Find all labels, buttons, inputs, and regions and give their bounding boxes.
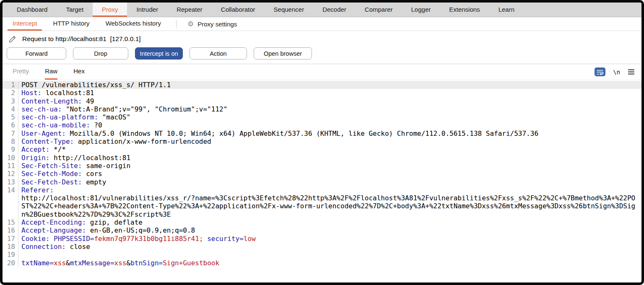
line-number: 12 — [3, 170, 18, 178]
code-line: Host: localhost:81 — [18, 89, 641, 97]
intercept-toolbar: ForwardDropIntercept is onActionOpen bro… — [3, 45, 641, 64]
code-line: Connection: close — [18, 243, 641, 251]
main-tab-logger[interactable]: Logger — [402, 3, 440, 17]
main-tab-intruder[interactable]: Intruder — [127, 3, 167, 17]
newline-toggle[interactable]: \n — [613, 69, 620, 75]
code-row: 3Content-Length: 49 — [3, 97, 641, 105]
code-line — [18, 251, 641, 259]
code-row: 2Host: localhost:81 — [3, 89, 641, 97]
request-title: Request to http://localhost:81 [127.0.0.… — [22, 35, 141, 43]
main-tab-sequencer[interactable]: Sequencer — [265, 3, 314, 17]
line-number: 20 — [3, 259, 18, 267]
code-row: 4sec-ch-ua: "Not:A-Brand";v="99", "Chrom… — [3, 105, 641, 113]
main-tab-collaborator[interactable]: Collaborator — [212, 3, 265, 17]
line-number — [3, 202, 18, 210]
code-row: 12Sec-Fetch-Mode: cors — [3, 170, 641, 178]
main-tab-comparer[interactable]: Comparer — [356, 3, 402, 17]
code-line: Sec-Fetch-Mode: cors — [18, 170, 641, 178]
editor-tab-pretty: Pretty — [13, 64, 29, 80]
code-line: Accept-Encoding: gzip, deflate — [18, 218, 641, 226]
main-tab-proxy[interactable]: Proxy — [93, 3, 127, 17]
main-tab-extensions[interactable]: Extensions — [440, 3, 489, 17]
line-number: 10 — [3, 154, 18, 162]
line-number: 15 — [3, 218, 18, 226]
code-row: 7User-Agent: Mozilla/5.0 (Windows NT 10.… — [3, 130, 641, 137]
line-number: 14 — [3, 186, 18, 194]
pencil-icon — [8, 35, 17, 43]
line-number: 7 — [3, 130, 18, 137]
code-row: 19 — [3, 251, 641, 259]
line-number: 6 — [3, 121, 18, 129]
sub-tab-http-history[interactable]: HTTP history — [48, 17, 94, 31]
line-number: 19 — [3, 251, 18, 259]
line-number — [3, 194, 18, 202]
code-line: POST /vulnerabilities/xss_s/ HTTP/1.1 — [18, 81, 641, 89]
main-tab-dashboard[interactable]: Dashboard — [8, 3, 57, 17]
code-line: Sec-Fetch-Dest: empty — [18, 178, 641, 186]
proxy-settings-label: Proxy settings — [197, 21, 237, 28]
code-row: 15Accept-Encoding: gzip, deflate — [3, 218, 641, 226]
line-number: 18 — [3, 243, 18, 251]
vertical-divider — [176, 20, 177, 28]
code-row: 20txtName=xss&mtxMessage=xss&btnSign=Sig… — [3, 259, 641, 267]
code-row: 5sec-ch-ua-platform: "macOS" — [3, 113, 641, 121]
request-editor[interactable]: 1POST /vulnerabilities/xss_s/ HTTP/1.12H… — [3, 80, 641, 282]
editor-tab-raw[interactable]: Raw — [45, 64, 57, 80]
code-row: n%2BGuestbook%22%7D%29%3C%2Fscript%3E — [3, 210, 641, 218]
tab-proxy-settings[interactable]: ⚙ Proxy settings — [184, 17, 240, 31]
code-line: sec-ch-ua: "Not:A-Brand";v="99", "Chromi… — [18, 105, 641, 113]
main-tab-target[interactable]: Target — [57, 3, 93, 17]
line-number: 3 — [3, 97, 18, 105]
line-number: 8 — [3, 137, 18, 145]
code-row: 17Cookie: PHPSESSID=fekmn7q977k31b0bg11i… — [3, 235, 641, 243]
main-tab-repeater[interactable]: Repeater — [167, 3, 212, 17]
code-line: ST%22%2C+headers%3A+%7B%22Content-Type%2… — [18, 202, 641, 210]
code-line: Origin: http://localhost:81 — [18, 154, 641, 162]
message-editor-tabs: PrettyRawHex — [13, 64, 101, 80]
main-tab-bar: DashboardTargetProxyIntruderRepeaterColl… — [3, 3, 641, 17]
line-number: 1 — [3, 81, 18, 89]
code-line: http://localhost:81/vulnerabilities/xss_… — [18, 194, 641, 202]
line-number: 5 — [3, 113, 18, 121]
code-line: sec-ch-ua-mobile: ?0 — [18, 121, 641, 129]
editor-tab-hex[interactable]: Hex — [73, 64, 85, 80]
code-row: ST%22%2C+headers%3A+%7B%22Content-Type%2… — [3, 202, 641, 210]
line-number: 4 — [3, 105, 18, 113]
drop-button[interactable]: Drop — [73, 47, 128, 60]
word-wrap-icon[interactable] — [595, 67, 605, 76]
line-number: 9 — [3, 145, 18, 153]
code-line: Content-Type: application/x-www-form-url… — [18, 137, 641, 145]
code-line: n%2BGuestbook%22%7D%29%3C%2Fscript%3E — [18, 210, 641, 218]
code-line: Cookie: PHPSESSID=fekmn7q977k31b0bg11i88… — [18, 235, 641, 243]
proxy-sub-tabs: InterceptHTTP historyWebSockets history — [8, 17, 172, 31]
line-number — [3, 210, 18, 218]
sub-tab-websockets-history[interactable]: WebSockets history — [101, 17, 166, 31]
code-line: sec-ch-ua-platform: "macOS" — [18, 113, 641, 121]
code-row: 14Referer: — [3, 186, 641, 194]
line-number: 13 — [3, 178, 18, 186]
editor-toolbar-icons: \n — [595, 64, 635, 80]
message-editor-tab-bar: PrettyRawHex \n — [3, 64, 641, 80]
burp-suite-window: DashboardTargetProxyIntruderRepeaterColl… — [0, 0, 644, 285]
line-number: 2 — [3, 89, 18, 97]
proxy-sub-tab-bar: InterceptHTTP historyWebSockets history … — [3, 17, 641, 31]
intercept-is-on-button[interactable]: Intercept is on — [135, 47, 183, 60]
code-line: txtName=xss&mtxMessage=xss&btnSign=Sign+… — [18, 259, 641, 267]
main-tab-learn[interactable]: Learn — [489, 3, 524, 17]
open-browser-button[interactable]: Open browser — [254, 47, 312, 60]
code-row: 9Accept: */* — [3, 145, 641, 153]
code-row: 18Connection: close — [3, 243, 641, 251]
code-line: Accept-Language: en-GB,en-US;q=0.9,en;q=… — [18, 226, 641, 234]
action-button[interactable]: Action — [190, 47, 247, 60]
main-tab-decoder[interactable]: Decoder — [313, 3, 356, 17]
code-row: 6sec-ch-ua-mobile: ?0 — [3, 121, 641, 129]
menu-icon[interactable] — [628, 69, 635, 75]
code-row: http://localhost:81/vulnerabilities/xss_… — [3, 194, 641, 202]
sub-tab-intercept[interactable]: Intercept — [8, 17, 42, 31]
code-row: 16Accept-Language: en-GB,en-US;q=0.9,en;… — [3, 226, 641, 234]
code-row: 8Content-Type: application/x-www-form-ur… — [3, 137, 641, 145]
code-line: Sec-Fetch-Site: same-origin — [18, 162, 641, 170]
forward-button[interactable]: Forward — [7, 47, 66, 60]
code-line: Accept: */* — [18, 145, 641, 153]
code-row: 11Sec-Fetch-Site: same-origin — [3, 162, 641, 170]
